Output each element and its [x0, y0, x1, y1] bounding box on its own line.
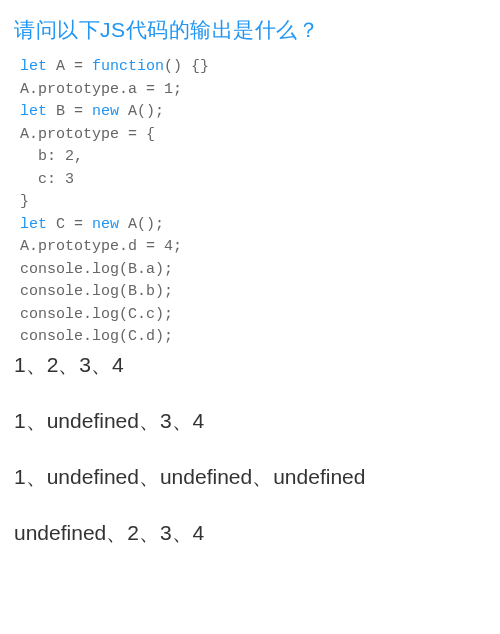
answer-option-d[interactable]: undefined、2、3、4	[14, 519, 486, 547]
code-block: let A = function() {}A.prototype.a = 1;l…	[14, 56, 486, 349]
code-line: console.log(C.c);	[20, 304, 486, 327]
answer-option-a[interactable]: 1、2、3、4	[14, 351, 486, 379]
code-line: let A = function() {}	[20, 56, 486, 79]
code-line: A.prototype.d = 4;	[20, 236, 486, 259]
code-line: A.prototype = {	[20, 124, 486, 147]
answer-option-b[interactable]: 1、undefined、3、4	[14, 407, 486, 435]
code-line: A.prototype.a = 1;	[20, 79, 486, 102]
code-line: let B = new A();	[20, 101, 486, 124]
question-title: 请问以下JS代码的输出是什么？	[14, 16, 486, 44]
code-line: b: 2,	[20, 146, 486, 169]
code-line: }	[20, 191, 486, 214]
code-line: console.log(B.a);	[20, 259, 486, 282]
code-line: console.log(B.b);	[20, 281, 486, 304]
answer-option-c[interactable]: 1、undefined、undefined、undefined	[14, 463, 486, 491]
code-line: console.log(C.d);	[20, 326, 486, 349]
code-line: c: 3	[20, 169, 486, 192]
code-line: let C = new A();	[20, 214, 486, 237]
